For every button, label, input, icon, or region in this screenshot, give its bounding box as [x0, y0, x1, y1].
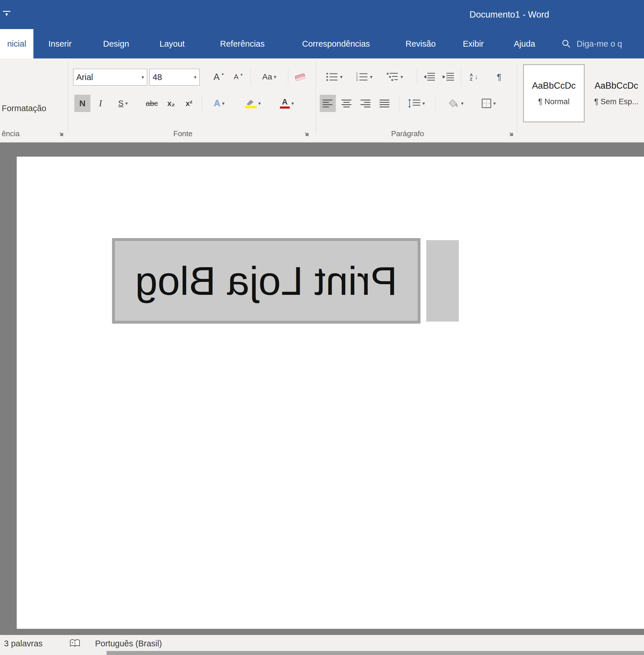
- align-center-button[interactable]: [339, 95, 355, 112]
- borders-button[interactable]: ▾: [475, 95, 502, 112]
- chevron-down-icon: ▾: [400, 75, 403, 79]
- tab-revisao[interactable]: Revisão: [406, 29, 436, 59]
- shrink-font-button[interactable]: A▾: [228, 68, 244, 86]
- window-title: Documento1 - Word: [469, 0, 549, 29]
- numbering-button[interactable]: 123 ▾: [351, 68, 377, 86]
- align-left-button[interactable]: [320, 95, 336, 112]
- tab-exibir[interactable]: Exibir: [463, 29, 484, 59]
- tab-label: Inserir: [48, 39, 72, 49]
- text-cursor-block: [426, 240, 459, 322]
- superscript-icon: x²: [185, 99, 192, 108]
- tab-ajuda[interactable]: Ajuda: [514, 29, 535, 59]
- title-bar: ▾ Documento1 - Word: [0, 0, 644, 29]
- chevron-down-icon: ▾: [461, 101, 464, 106]
- font-color-icon: A: [280, 98, 290, 109]
- chevron-down-icon: ▾: [493, 101, 496, 106]
- shading-button[interactable]: ▾: [441, 95, 470, 112]
- format-painter-button[interactable]: Formatação: [2, 102, 46, 115]
- decrease-indent-button[interactable]: [421, 68, 437, 86]
- tab-layout[interactable]: Layout: [160, 29, 185, 59]
- language-label: Português (Brasil): [95, 639, 162, 648]
- grow-font-button[interactable]: A▴: [209, 68, 224, 86]
- group-separator: [68, 62, 68, 133]
- font-size-combobox[interactable]: 48 ▾: [150, 69, 200, 86]
- word-count[interactable]: 3 palavras: [4, 635, 43, 652]
- underline-button[interactable]: S ▾: [111, 95, 135, 112]
- tell-me-search[interactable]: Diga-me o q: [561, 29, 622, 59]
- justify-button[interactable]: [377, 95, 393, 112]
- tab-referencias[interactable]: Referências: [220, 29, 265, 59]
- style-sem-espacamento[interactable]: AaBbCcDc ¶ Sem Esp...: [589, 64, 644, 122]
- italic-button[interactable]: I: [94, 95, 107, 112]
- font-family-value: Arial: [76, 73, 93, 82]
- tab-label: Revisão: [406, 39, 436, 49]
- bold-button[interactable]: N: [74, 95, 90, 112]
- multilevel-list-button[interactable]: ▾: [381, 68, 408, 86]
- subscript-icon: x₂: [167, 99, 175, 108]
- chevron-down-icon: ▾: [422, 101, 425, 106]
- ribbon: Formatação ência Arial ▾ 48 ▾ A▴ A▾ Aa ▾: [0, 59, 644, 142]
- sort-button[interactable]: AZ ↓: [465, 68, 483, 86]
- proofing-book-icon: [69, 638, 80, 649]
- mirrored-text-box[interactable]: Print Loja Blog: [112, 238, 420, 324]
- font-family-combobox[interactable]: Arial ▾: [73, 69, 147, 86]
- tab-label: nicial: [7, 39, 26, 49]
- tab-label: Exibir: [463, 39, 484, 49]
- chevron-down-icon: ▾: [3, 13, 10, 17]
- pilcrow-icon: ¶: [497, 72, 501, 82]
- increase-indent-button[interactable]: [440, 68, 456, 86]
- increase-indent-icon: [442, 72, 455, 82]
- font-dialog-launcher-icon[interactable]: [303, 131, 310, 137]
- numbered-list-icon: 123: [356, 72, 368, 82]
- language-status[interactable]: Português (Brasil): [95, 635, 162, 652]
- align-right-button[interactable]: [358, 95, 374, 112]
- clipboard-group-label: ência: [2, 129, 28, 138]
- font-size-value: 48: [153, 73, 162, 82]
- superscript-button[interactable]: x²: [181, 95, 197, 112]
- sort-arrow-icon: ↓: [475, 73, 478, 80]
- paragraph-dialog-launcher-icon[interactable]: [507, 131, 514, 137]
- chevron-down-icon: ▾: [340, 75, 343, 79]
- subscript-button[interactable]: x₂: [164, 95, 179, 112]
- shrink-font-icon: A▾: [234, 73, 238, 81]
- decrease-indent-icon: [423, 72, 435, 82]
- bullets-button[interactable]: ▾: [321, 68, 347, 86]
- format-painter-label: Formatação: [2, 104, 46, 113]
- tab-inserir[interactable]: Inserir: [48, 29, 72, 59]
- group-separator: [517, 62, 517, 133]
- font-color-button[interactable]: A ▾: [273, 95, 301, 112]
- document-page[interactable]: Print Loja Blog: [17, 157, 644, 629]
- clear-formatting-button[interactable]: [292, 68, 309, 86]
- tab-label: Correspondências: [302, 39, 370, 49]
- tab-label: Ajuda: [514, 39, 535, 49]
- style-preview: AaBbCcDc: [595, 80, 638, 91]
- tab-pagina-inicial[interactable]: nicial: [0, 29, 33, 59]
- align-right-icon: [360, 99, 371, 108]
- svg-text:3: 3: [356, 78, 358, 81]
- text-effects-button[interactable]: A ▾: [206, 95, 232, 112]
- quick-access-customize-icon[interactable]: ▾: [3, 11, 10, 17]
- ribbon-tab-bar: nicial Inserir Design Layout Referências…: [0, 29, 644, 59]
- chevron-down-icon: ▾: [370, 75, 373, 79]
- button-separator: [399, 95, 399, 112]
- change-case-button[interactable]: Aa ▾: [255, 68, 284, 86]
- style-normal[interactable]: AaBbCcDc ¶ Normal: [523, 64, 585, 122]
- proofing-status[interactable]: [69, 635, 80, 652]
- show-formatting-marks-button[interactable]: ¶: [491, 68, 507, 86]
- paint-bucket-icon: [448, 98, 459, 109]
- strikethrough-button[interactable]: abc: [142, 95, 162, 112]
- line-spacing-button[interactable]: ▾: [403, 95, 429, 112]
- chevron-down-icon: ▾: [194, 75, 197, 80]
- taskbar-edge: [107, 651, 644, 655]
- search-placeholder: Diga-me o q: [577, 39, 622, 49]
- bold-icon: N: [79, 98, 86, 108]
- strikethrough-icon: abc: [146, 99, 158, 108]
- tab-correspondencias[interactable]: Correspondências: [302, 29, 370, 59]
- clipboard-dialog-launcher-icon[interactable]: [58, 131, 65, 137]
- word-window: ▾ Documento1 - Word nicial Inserir Desig…: [0, 0, 644, 655]
- style-name: ¶ Normal: [538, 97, 569, 106]
- button-separator: [417, 69, 417, 85]
- tab-design[interactable]: Design: [103, 29, 129, 59]
- highlight-color-button[interactable]: ▾: [238, 95, 267, 112]
- sort-icon: AZ: [470, 73, 473, 81]
